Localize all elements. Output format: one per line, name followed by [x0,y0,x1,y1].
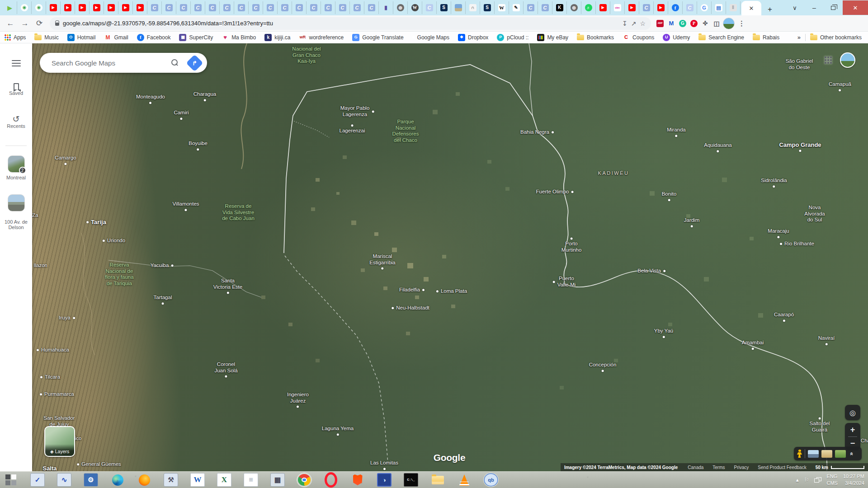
tab-craigslist-icon[interactable]: C [307,1,321,14]
pinterest-icon[interactable]: P [690,20,698,27]
system-monitor-icon[interactable]: ∿ [57,473,71,487]
active-tab[interactable]: ✕ [741,1,761,15]
bookmark-dropbox[interactable]: ❖Dropbox [458,34,488,41]
tab-globe-icon[interactable]: ⊕ [567,1,581,14]
tab-wordpress-icon[interactable]: W [408,1,422,14]
minimize-button[interactable]: – [805,1,824,14]
close-tab-icon[interactable]: ✕ [749,5,754,12]
tab-ball-icon[interactable]: ✳ [32,1,46,14]
tab-youtube-icon[interactable]: ▶ [90,1,104,14]
tab-scribd-icon[interactable]: S [480,1,495,14]
bookmark-google-maps[interactable]: Google Maps [412,34,449,41]
clock[interactable]: 10:27 PM3/4/2024 [843,473,864,487]
collapse-chevron-icon[interactable]: » [848,452,854,455]
bookmark-star-icon[interactable]: ☆ [640,20,646,27]
sidebar-item-delson[interactable]: 100 Av. de Delson [0,189,32,235]
bookmark-gmail[interactable]: MGmail [104,34,128,41]
bookmark-ma-bimbo[interactable]: ♥Ma Bimbo [222,34,256,41]
chrome-icon[interactable] [297,473,311,487]
grammarly-icon[interactable]: G [679,20,686,27]
system-check-icon[interactable]: ✓ [30,473,45,487]
excel-icon[interactable]: X [217,473,231,487]
tab-craigslist-icon[interactable]: C [321,1,335,14]
sidebar-item-saved[interactable]: Saved [0,83,32,96]
tab-sketch-red-dot-icon[interactable]: ✎ [509,1,524,14]
bookmark-bookmarks[interactable]: Bookmarks [577,34,614,41]
ssl-lock-icon[interactable] [55,23,59,26]
qbittorrent-icon[interactable]: qb [484,473,498,487]
bookmark-wordreference[interactable]: wRwordreference [299,34,344,41]
bookmark-kijiji-ca[interactable]: kkijiji.ca [264,34,290,41]
tab-craigslist-icon[interactable]: C [350,1,364,14]
firefox-icon[interactable] [137,473,151,487]
directions-button[interactable]: ↱ [186,54,203,71]
tab-craigslist-light-icon[interactable]: C [683,1,697,14]
browser-menu-icon[interactable]: ⋮ [736,19,748,28]
tab-craigslist-icon[interactable]: C [639,1,654,14]
tab-search-chevron-icon[interactable]: ∨ [788,1,801,14]
bookmark-apps[interactable]: Apps [5,34,26,41]
tab-craigslist-icon[interactable]: C [263,1,278,14]
tab-tab-loading-icon[interactable]: ‖ [726,1,741,14]
restore-button[interactable] [824,1,843,14]
search-icon[interactable] [171,59,179,66]
tab-kobo-icon[interactable]: K [552,1,567,14]
tab-youtube-icon[interactable]: ▶ [654,1,668,14]
my-location-button[interactable]: ◎ [845,405,860,420]
other-bookmarks-button[interactable]: Other bookmarks [810,34,862,41]
tab-craigslist-icon[interactable]: C [234,1,249,14]
tab-youtube-icon[interactable]: ▶ [133,1,147,14]
imagery-thumbnail[interactable] [835,450,846,458]
layers-button[interactable]: ◈Layers [44,426,75,457]
close-window-button[interactable]: ✕ [843,0,868,15]
bookmark-my-ebay[interactable]: My eBay [537,34,568,41]
calculator-icon[interactable]: ▦ [270,473,285,487]
tab-craigslist-light-icon[interactable]: C [422,1,437,14]
tab-craigslist-icon[interactable]: C [335,1,350,14]
install-app-icon[interactable]: ↧ [622,20,627,27]
bookmarks-overflow-icon[interactable]: » [797,34,801,41]
tab-craigslist-icon[interactable]: C [176,1,191,14]
network-icon[interactable] [814,477,821,483]
tab-craigslist-icon[interactable]: C [205,1,220,14]
tab-hive-icon[interactable]: ▤ [712,1,726,14]
tab-youtube-icon[interactable]: ▶ [61,1,75,14]
tab-youtube-icon[interactable]: ▶ [104,1,118,14]
bookmark-udemy[interactable]: UUdemy [663,34,690,41]
map-canvas[interactable]: Nacional del Gran Chaco Kaa-IyaSão Gabri… [0,43,868,471]
side-panel-icon[interactable]: ◫ [713,20,720,27]
vlc-icon[interactable] [457,473,472,487]
bookmark-facebook[interactable]: fFacebook [137,34,171,41]
toolbox-icon[interactable]: ⚒ [164,473,178,487]
tab-craigslist-icon[interactable]: C [147,1,162,14]
tab-craigslist-icon[interactable]: C [191,1,205,14]
imagery-thumbnail[interactable] [821,450,832,458]
tray-expand-chevron-icon[interactable]: ▴ [796,477,799,483]
extensions-puzzle-icon[interactable]: ✜ [702,20,709,27]
tab-craigslist-icon[interactable]: C [524,1,538,14]
tab-skn-icon[interactable]: skn [610,1,625,14]
attribution-link-canada[interactable]: Canada [688,465,703,470]
notification-flag-icon[interactable]: ⚐ [804,477,809,483]
m-extension-icon[interactable]: M [668,20,675,27]
tab-wikipedia-icon[interactable]: W [495,1,509,14]
pegman-icon[interactable] [797,450,802,458]
zoom-in-button[interactable]: + [845,423,860,436]
tab-youtube-icon[interactable]: ▶ [46,1,61,14]
attribution-link-terms[interactable]: Terms [712,465,725,470]
tab-globe-icon[interactable]: ⊕ [393,1,408,14]
url-text[interactable]: google.ca/maps/@-21.9370579,-59.8854796,… [63,20,618,27]
new-tab-button[interactable]: + [764,4,776,15]
tab-spotify-icon[interactable]: ♬ [581,1,596,14]
notepad-icon[interactable]: ≡ [244,473,258,487]
brave-icon[interactable] [350,473,365,487]
forward-button[interactable]: → [18,17,32,30]
tab-play-icon[interactable]: ▶ [3,1,17,14]
profile-avatar[interactable] [723,18,735,29]
media-viewer-icon[interactable]: ◑ [377,473,392,487]
command-prompt-icon[interactable]: C:\_ [404,473,418,487]
tab-youtube-icon[interactable]: ▶ [596,1,610,14]
bookmark-search-engine[interactable]: Search Engine [698,34,744,41]
bookmark-google-translate[interactable]: GGoogle Translate [352,34,403,41]
search-placeholder[interactable]: Search Google Maps [52,59,171,67]
